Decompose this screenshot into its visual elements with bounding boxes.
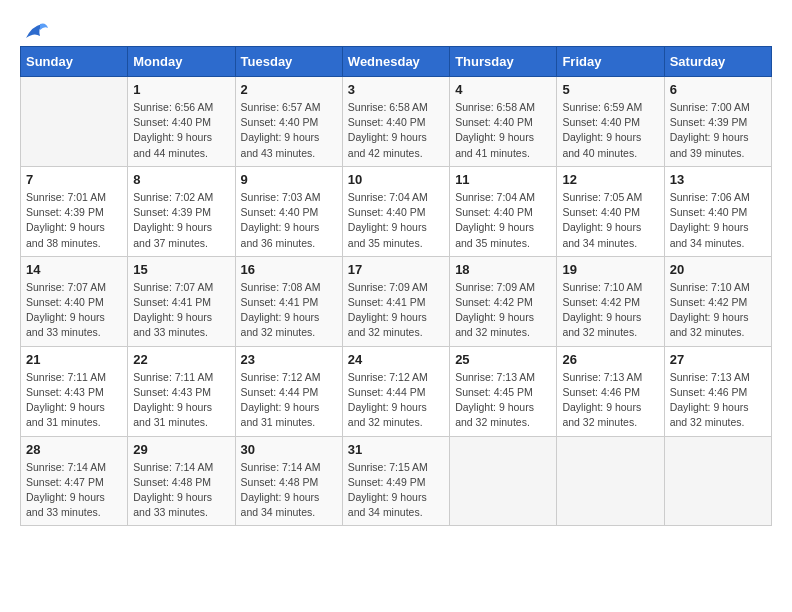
day-info: Sunrise: 6:56 AMSunset: 4:40 PMDaylight:… [133,100,229,161]
day-number: 5 [562,82,658,97]
day-info: Sunrise: 7:13 AMSunset: 4:46 PMDaylight:… [562,370,658,431]
calendar-header-row: SundayMondayTuesdayWednesdayThursdayFrid… [21,47,772,77]
day-number: 9 [241,172,337,187]
day-number: 10 [348,172,444,187]
day-info: Sunrise: 6:59 AMSunset: 4:40 PMDaylight:… [562,100,658,161]
day-number: 27 [670,352,766,367]
day-info: Sunrise: 7:15 AMSunset: 4:49 PMDaylight:… [348,460,444,521]
day-number: 1 [133,82,229,97]
day-info: Sunrise: 7:14 AMSunset: 4:48 PMDaylight:… [241,460,337,521]
page-header [20,20,772,36]
day-number: 13 [670,172,766,187]
calendar-week-row: 28Sunrise: 7:14 AMSunset: 4:47 PMDayligh… [21,436,772,526]
day-info: Sunrise: 7:09 AMSunset: 4:41 PMDaylight:… [348,280,444,341]
day-info: Sunrise: 7:02 AMSunset: 4:39 PMDaylight:… [133,190,229,251]
day-info: Sunrise: 7:11 AMSunset: 4:43 PMDaylight:… [133,370,229,431]
calendar-week-row: 7Sunrise: 7:01 AMSunset: 4:39 PMDaylight… [21,166,772,256]
calendar-cell: 5Sunrise: 6:59 AMSunset: 4:40 PMDaylight… [557,77,664,167]
calendar-cell: 4Sunrise: 6:58 AMSunset: 4:40 PMDaylight… [450,77,557,167]
day-info: Sunrise: 7:04 AMSunset: 4:40 PMDaylight:… [455,190,551,251]
calendar-cell: 28Sunrise: 7:14 AMSunset: 4:47 PMDayligh… [21,436,128,526]
day-number: 12 [562,172,658,187]
calendar-cell: 13Sunrise: 7:06 AMSunset: 4:40 PMDayligh… [664,166,771,256]
calendar-week-row: 21Sunrise: 7:11 AMSunset: 4:43 PMDayligh… [21,346,772,436]
day-number: 28 [26,442,122,457]
day-number: 6 [670,82,766,97]
day-number: 14 [26,262,122,277]
day-number: 22 [133,352,229,367]
day-number: 4 [455,82,551,97]
calendar-cell: 22Sunrise: 7:11 AMSunset: 4:43 PMDayligh… [128,346,235,436]
day-number: 2 [241,82,337,97]
day-info: Sunrise: 7:07 AMSunset: 4:41 PMDaylight:… [133,280,229,341]
day-info: Sunrise: 7:13 AMSunset: 4:46 PMDaylight:… [670,370,766,431]
day-info: Sunrise: 7:11 AMSunset: 4:43 PMDaylight:… [26,370,122,431]
calendar-cell [21,77,128,167]
calendar-cell: 23Sunrise: 7:12 AMSunset: 4:44 PMDayligh… [235,346,342,436]
day-info: Sunrise: 7:00 AMSunset: 4:39 PMDaylight:… [670,100,766,161]
day-info: Sunrise: 7:12 AMSunset: 4:44 PMDaylight:… [241,370,337,431]
calendar-cell: 2Sunrise: 6:57 AMSunset: 4:40 PMDaylight… [235,77,342,167]
calendar-cell: 6Sunrise: 7:00 AMSunset: 4:39 PMDaylight… [664,77,771,167]
calendar-week-row: 1Sunrise: 6:56 AMSunset: 4:40 PMDaylight… [21,77,772,167]
calendar-header-wednesday: Wednesday [342,47,449,77]
calendar-cell: 25Sunrise: 7:13 AMSunset: 4:45 PMDayligh… [450,346,557,436]
day-info: Sunrise: 7:01 AMSunset: 4:39 PMDaylight:… [26,190,122,251]
calendar-cell: 9Sunrise: 7:03 AMSunset: 4:40 PMDaylight… [235,166,342,256]
day-info: Sunrise: 7:14 AMSunset: 4:47 PMDaylight:… [26,460,122,521]
day-number: 3 [348,82,444,97]
calendar-cell: 30Sunrise: 7:14 AMSunset: 4:48 PMDayligh… [235,436,342,526]
day-number: 30 [241,442,337,457]
logo-bird-icon [22,20,50,42]
calendar-header-saturday: Saturday [664,47,771,77]
calendar-cell: 7Sunrise: 7:01 AMSunset: 4:39 PMDaylight… [21,166,128,256]
day-info: Sunrise: 7:04 AMSunset: 4:40 PMDaylight:… [348,190,444,251]
day-number: 18 [455,262,551,277]
calendar-cell: 11Sunrise: 7:04 AMSunset: 4:40 PMDayligh… [450,166,557,256]
day-number: 20 [670,262,766,277]
day-info: Sunrise: 7:07 AMSunset: 4:40 PMDaylight:… [26,280,122,341]
calendar-cell: 3Sunrise: 6:58 AMSunset: 4:40 PMDaylight… [342,77,449,167]
day-number: 24 [348,352,444,367]
calendar-header-friday: Friday [557,47,664,77]
day-number: 7 [26,172,122,187]
day-info: Sunrise: 7:10 AMSunset: 4:42 PMDaylight:… [670,280,766,341]
calendar-cell: 24Sunrise: 7:12 AMSunset: 4:44 PMDayligh… [342,346,449,436]
day-number: 21 [26,352,122,367]
calendar-cell: 16Sunrise: 7:08 AMSunset: 4:41 PMDayligh… [235,256,342,346]
calendar-table: SundayMondayTuesdayWednesdayThursdayFrid… [20,46,772,526]
calendar-cell [450,436,557,526]
day-info: Sunrise: 7:03 AMSunset: 4:40 PMDaylight:… [241,190,337,251]
calendar-cell: 27Sunrise: 7:13 AMSunset: 4:46 PMDayligh… [664,346,771,436]
day-info: Sunrise: 7:14 AMSunset: 4:48 PMDaylight:… [133,460,229,521]
calendar-cell: 1Sunrise: 6:56 AMSunset: 4:40 PMDaylight… [128,77,235,167]
day-info: Sunrise: 6:57 AMSunset: 4:40 PMDaylight:… [241,100,337,161]
logo [20,20,50,36]
calendar-cell [664,436,771,526]
calendar-header-thursday: Thursday [450,47,557,77]
day-number: 25 [455,352,551,367]
calendar-cell: 8Sunrise: 7:02 AMSunset: 4:39 PMDaylight… [128,166,235,256]
calendar-cell: 10Sunrise: 7:04 AMSunset: 4:40 PMDayligh… [342,166,449,256]
calendar-cell: 14Sunrise: 7:07 AMSunset: 4:40 PMDayligh… [21,256,128,346]
day-number: 26 [562,352,658,367]
day-info: Sunrise: 7:05 AMSunset: 4:40 PMDaylight:… [562,190,658,251]
calendar-header-monday: Monday [128,47,235,77]
calendar-week-row: 14Sunrise: 7:07 AMSunset: 4:40 PMDayligh… [21,256,772,346]
calendar-cell: 21Sunrise: 7:11 AMSunset: 4:43 PMDayligh… [21,346,128,436]
calendar-cell: 20Sunrise: 7:10 AMSunset: 4:42 PMDayligh… [664,256,771,346]
day-number: 19 [562,262,658,277]
day-info: Sunrise: 6:58 AMSunset: 4:40 PMDaylight:… [455,100,551,161]
calendar-cell: 15Sunrise: 7:07 AMSunset: 4:41 PMDayligh… [128,256,235,346]
calendar-cell: 26Sunrise: 7:13 AMSunset: 4:46 PMDayligh… [557,346,664,436]
calendar-cell: 18Sunrise: 7:09 AMSunset: 4:42 PMDayligh… [450,256,557,346]
day-info: Sunrise: 7:09 AMSunset: 4:42 PMDaylight:… [455,280,551,341]
calendar-cell: 17Sunrise: 7:09 AMSunset: 4:41 PMDayligh… [342,256,449,346]
day-number: 16 [241,262,337,277]
day-info: Sunrise: 6:58 AMSunset: 4:40 PMDaylight:… [348,100,444,161]
calendar-cell: 19Sunrise: 7:10 AMSunset: 4:42 PMDayligh… [557,256,664,346]
calendar-cell: 31Sunrise: 7:15 AMSunset: 4:49 PMDayligh… [342,436,449,526]
day-info: Sunrise: 7:08 AMSunset: 4:41 PMDaylight:… [241,280,337,341]
calendar-cell [557,436,664,526]
day-info: Sunrise: 7:06 AMSunset: 4:40 PMDaylight:… [670,190,766,251]
